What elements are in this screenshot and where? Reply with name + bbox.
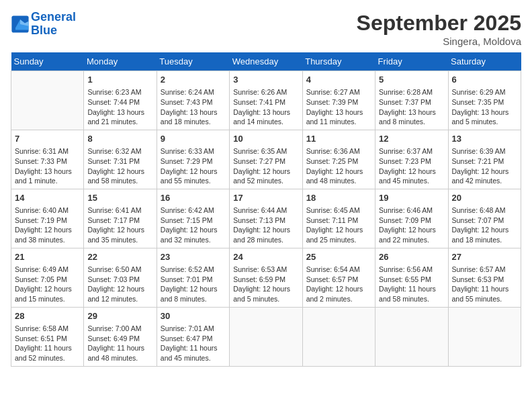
cell-info: Daylight: 13 hours and 21 minutes.	[87, 107, 152, 127]
calendar-cell	[448, 307, 521, 366]
day-number: 13	[452, 133, 517, 145]
day-number: 15	[87, 192, 152, 204]
cell-info: Daylight: 11 hours and 48 minutes.	[87, 343, 152, 363]
calendar-cell: 1Sunrise: 6:23 AMSunset: 7:44 PMDaylight…	[84, 71, 157, 130]
cell-info: Sunset: 7:35 PM	[452, 97, 517, 107]
calendar-cell: 28Sunrise: 6:58 AMSunset: 6:51 PMDayligh…	[11, 307, 84, 366]
cell-info: Daylight: 12 hours and 28 minutes.	[233, 225, 298, 244]
calendar-cell: 7Sunrise: 6:31 AMSunset: 7:33 PMDaylight…	[11, 130, 84, 189]
weekday-sunday: Sunday	[11, 52, 84, 71]
calendar-cell: 26Sunrise: 6:56 AMSunset: 6:55 PMDayligh…	[375, 248, 448, 307]
cell-info: Daylight: 12 hours and 52 minutes.	[233, 167, 298, 186]
cell-info: Sunrise: 6:48 AM	[452, 205, 517, 216]
cell-info: Sunrise: 6:46 AM	[379, 205, 444, 216]
calendar-cell	[230, 307, 302, 366]
weekday-wednesday: Wednesday	[230, 52, 302, 71]
cell-info: Sunrise: 6:44 AM	[233, 205, 298, 216]
cell-info: Daylight: 12 hours and 55 minutes.	[161, 167, 226, 186]
day-number: 11	[306, 133, 371, 145]
page-header: General Blue September 2025 Singera, Mol…	[11, 11, 521, 47]
cell-info: Sunrise: 6:37 AM	[379, 146, 444, 156]
weekday-header-row: SundayMondayTuesdayWednesdayThursdayFrid…	[11, 52, 521, 71]
cell-info: Sunrise: 6:24 AM	[161, 87, 226, 97]
day-number: 6	[452, 74, 517, 86]
day-number: 9	[161, 133, 226, 145]
cell-info: Sunset: 7:37 PM	[379, 97, 444, 107]
day-number: 28	[15, 310, 80, 322]
cell-info: Sunset: 7:27 PM	[233, 156, 298, 167]
day-number: 17	[233, 192, 298, 204]
cell-info: Daylight: 12 hours and 18 minutes.	[452, 225, 517, 244]
cell-info: Sunrise: 6:33 AM	[161, 146, 226, 156]
calendar-week-4: 21Sunrise: 6:49 AMSunset: 7:05 PMDayligh…	[11, 248, 521, 307]
cell-info: Sunset: 7:05 PM	[15, 275, 80, 285]
calendar-cell: 9Sunrise: 6:33 AMSunset: 7:29 PMDaylight…	[157, 130, 229, 189]
cell-info: Sunset: 7:44 PM	[87, 97, 152, 107]
cell-info: Sunset: 7:41 PM	[233, 97, 298, 107]
cell-info: Daylight: 13 hours and 11 minutes.	[306, 107, 371, 127]
day-number: 23	[161, 251, 226, 263]
cell-info: Daylight: 13 hours and 18 minutes.	[161, 107, 226, 127]
calendar-cell: 6Sunrise: 6:29 AMSunset: 7:35 PMDaylight…	[448, 71, 521, 130]
calendar-table: SundayMondayTuesdayWednesdayThursdayFrid…	[11, 52, 521, 367]
day-number: 5	[379, 74, 444, 86]
cell-info: Daylight: 12 hours and 5 minutes.	[233, 284, 298, 304]
day-number: 21	[15, 251, 80, 263]
calendar-cell: 4Sunrise: 6:27 AMSunset: 7:39 PMDaylight…	[302, 71, 375, 130]
cell-info: Sunrise: 6:29 AM	[452, 87, 517, 97]
cell-info: Sunset: 7:15 PM	[161, 216, 226, 226]
location: Singera, Moldova	[357, 36, 521, 47]
day-number: 10	[233, 133, 298, 145]
cell-info: Sunrise: 6:56 AM	[379, 265, 444, 275]
title-block: September 2025 Singera, Moldova	[357, 11, 521, 47]
cell-info: Sunrise: 6:31 AM	[15, 146, 80, 156]
cell-info: Sunset: 6:55 PM	[379, 275, 444, 285]
calendar-cell: 22Sunrise: 6:50 AMSunset: 7:03 PMDayligh…	[84, 248, 157, 307]
calendar-cell: 12Sunrise: 6:37 AMSunset: 7:23 PMDayligh…	[375, 130, 448, 189]
calendar-cell: 13Sunrise: 6:39 AMSunset: 7:21 PMDayligh…	[448, 130, 521, 189]
weekday-saturday: Saturday	[448, 52, 521, 71]
day-number: 4	[306, 74, 371, 86]
cell-info: Sunrise: 6:53 AM	[233, 265, 298, 275]
cell-info: Daylight: 12 hours and 22 minutes.	[379, 225, 444, 244]
calendar-cell: 25Sunrise: 6:54 AMSunset: 6:57 PMDayligh…	[302, 248, 375, 307]
cell-info: Daylight: 12 hours and 48 minutes.	[306, 167, 371, 186]
calendar-cell: 11Sunrise: 6:36 AMSunset: 7:25 PMDayligh…	[302, 130, 375, 189]
calendar-cell: 8Sunrise: 6:32 AMSunset: 7:31 PMDaylight…	[84, 130, 157, 189]
calendar-cell: 30Sunrise: 7:01 AMSunset: 6:47 PMDayligh…	[157, 307, 229, 366]
cell-info: Sunset: 7:07 PM	[452, 216, 517, 226]
calendar-cell: 27Sunrise: 6:57 AMSunset: 6:53 PMDayligh…	[448, 248, 521, 307]
cell-info: Sunset: 6:51 PM	[15, 334, 80, 344]
calendar-cell: 3Sunrise: 6:26 AMSunset: 7:41 PMDaylight…	[230, 71, 302, 130]
calendar-week-5: 28Sunrise: 6:58 AMSunset: 6:51 PMDayligh…	[11, 307, 521, 366]
day-number: 2	[161, 74, 226, 86]
cell-info: Sunset: 7:43 PM	[161, 97, 226, 107]
cell-info: Sunrise: 6:39 AM	[452, 146, 517, 156]
calendar-week-3: 14Sunrise: 6:40 AMSunset: 7:19 PMDayligh…	[11, 189, 521, 248]
calendar-cell: 19Sunrise: 6:46 AMSunset: 7:09 PMDayligh…	[375, 189, 448, 248]
cell-info: Sunset: 7:33 PM	[15, 156, 80, 167]
cell-info: Sunrise: 6:28 AM	[379, 87, 444, 97]
day-number: 12	[379, 133, 444, 145]
cell-info: Sunrise: 6:45 AM	[306, 205, 371, 216]
calendar-week-2: 7Sunrise: 6:31 AMSunset: 7:33 PMDaylight…	[11, 130, 521, 189]
day-number: 22	[87, 251, 152, 263]
calendar-cell: 21Sunrise: 6:49 AMSunset: 7:05 PMDayligh…	[11, 248, 84, 307]
cell-info: Daylight: 12 hours and 25 minutes.	[306, 225, 371, 244]
day-number: 8	[87, 133, 152, 145]
cell-info: Sunrise: 7:01 AM	[161, 324, 226, 334]
cell-info: Sunrise: 6:32 AM	[87, 146, 152, 156]
calendar-body: 1Sunrise: 6:23 AMSunset: 7:44 PMDaylight…	[11, 71, 521, 367]
logo-icon	[11, 15, 30, 34]
cell-info: Sunset: 7:23 PM	[379, 156, 444, 167]
logo-text: General Blue	[31, 11, 76, 38]
day-number: 1	[87, 74, 152, 86]
day-number: 27	[452, 251, 517, 263]
cell-info: Sunrise: 7:00 AM	[87, 324, 152, 334]
day-number: 30	[161, 310, 226, 322]
cell-info: Daylight: 13 hours and 8 minutes.	[379, 107, 444, 127]
cell-info: Sunrise: 6:42 AM	[161, 205, 226, 216]
cell-info: Daylight: 12 hours and 12 minutes.	[87, 284, 152, 304]
calendar-cell: 23Sunrise: 6:52 AMSunset: 7:01 PMDayligh…	[157, 248, 229, 307]
cell-info: Daylight: 12 hours and 42 minutes.	[452, 167, 517, 186]
